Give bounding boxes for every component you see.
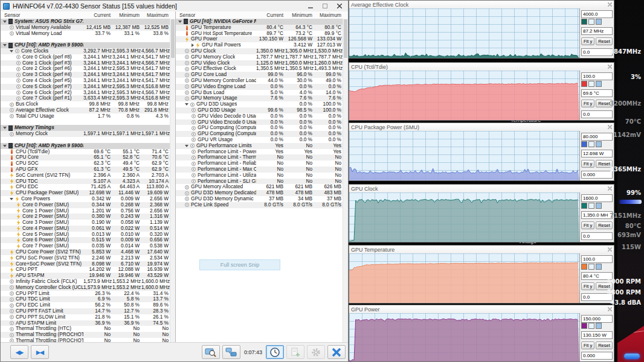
sensor-row[interactable]: APU GFX61.3 °C49.5 °C62.9 °C <box>1 167 170 173</box>
sensor-row[interactable]: Core 7 Power (SMU)0.035 W0.014 W0.538 W <box>1 243 170 249</box>
fit-y-button[interactable]: Fit y <box>581 100 594 107</box>
ymax-input[interactable] <box>581 255 613 263</box>
sensor-row[interactable]: CPU EDC Limit56.2 %50.8 %89.6 % <box>1 302 170 308</box>
sensor-row[interactable]: GPU Effective Clock1,350.5 MHz1,350.5 MH… <box>176 66 343 72</box>
background-color-swatch[interactable] <box>588 19 594 25</box>
ymin-input[interactable] <box>581 171 613 179</box>
fit-y-button[interactable]: Fit y <box>581 160 594 168</box>
sensor-row[interactable]: Core 1 Power (SMU)1.201 W0.756 W2.656 W <box>1 208 170 214</box>
grid-color-swatch[interactable] <box>596 81 602 87</box>
sensor-row[interactable]: Core 0 Power (SMU)0.344 W0.268 W2.368 W <box>1 202 170 208</box>
sensor-row[interactable]: GPU Computing (Compute_1) Usage0.0 %0.0 … <box>176 131 343 137</box>
expand-caret[interactable] <box>3 145 7 147</box>
series-color-swatch[interactable] <box>581 141 587 147</box>
sensor-row[interactable]: GPU Core Load99.0 %96.0 %99.0 % <box>176 72 343 78</box>
sensor-row[interactable]: Virtual Memory Load33.7 %33.1 %33.8 % <box>1 31 170 37</box>
series-color-swatch[interactable] <box>581 323 587 329</box>
series-color-swatch[interactable] <box>581 19 587 25</box>
current-value-input[interactable] <box>581 89 613 97</box>
grid-color-swatch[interactable] <box>596 323 602 329</box>
sensor-row[interactable]: GPU D3D Memory Dynamic37 MB34 MB37 MB <box>176 196 343 202</box>
close-button[interactable] <box>332 2 347 10</box>
sensor-row[interactable]: Core 2 Power (SMU)0.380 W0.243 W1.316 W <box>1 214 170 220</box>
fit-y-button[interactable]: Fit y <box>581 221 594 229</box>
expand-columns-button[interactable]: ▶◀ <box>31 345 49 359</box>
background-color-swatch[interactable] <box>588 323 594 329</box>
ymin-input[interactable] <box>581 48 613 56</box>
remote-sensors-button[interactable] <box>222 345 240 359</box>
sensor-row[interactable]: CPU PPT SLOW Limit21.8 %15.1 %26.1 % <box>1 314 170 320</box>
expand-caret[interactable] <box>10 198 13 200</box>
sensor-row[interactable]: Average Effective Clock87.2 MHz70.8 MHz2… <box>1 107 170 113</box>
sensor-row[interactable]: Performance Limit - Reliability VoltageN… <box>176 160 343 167</box>
series-color-swatch[interactable] <box>581 81 587 87</box>
minimize-button[interactable] <box>303 2 318 10</box>
expand-caret[interactable] <box>192 43 194 47</box>
column-header-sensor[interactable]: Sensor <box>176 11 256 19</box>
expand-caret[interactable] <box>3 21 7 23</box>
sensor-row[interactable]: Performance Limit - Max Operating Volt..… <box>176 167 343 173</box>
sensor-row[interactable]: Core 5 Power (SMU)0.013 W0.010 W0.320 W <box>1 232 170 238</box>
scrollbar-thumb[interactable] <box>344 19 347 58</box>
graph-titlebar[interactable]: CPU (Tctl/Tdie) <box>349 63 614 71</box>
background-color-swatch[interactable] <box>588 203 594 209</box>
sensor-row[interactable]: GPU Video Encode 0 Usage0.0 %0.0 %0.0 % <box>176 119 343 125</box>
new-log-button[interactable] <box>286 345 304 359</box>
sensor-row[interactable]: GPU Bus Load5.0 %4.0 %14.0 % <box>176 90 343 96</box>
sensor-row[interactable]: Core 7 Clock (perf #1)3,633.4 MHz2,595.3… <box>1 95 170 101</box>
sensor-row[interactable]: GPU Memory Controller Load44.0 %30.0 %49… <box>176 78 343 84</box>
column-header-current[interactable]: Current <box>256 11 285 19</box>
sensor-row[interactable]: GPU Temperature80.4 °C64.3 °C80.8 °C <box>176 25 343 31</box>
background-color-swatch[interactable] <box>588 264 594 270</box>
window-titlebar[interactable]: HWiNFO64 v7.02-4430 Sensor Status [155 v… <box>1 1 348 12</box>
grid-color-swatch[interactable] <box>596 264 602 270</box>
sensor-row[interactable]: GPU Memory Usage7.6 %7.6 %7.6 % <box>176 95 343 101</box>
expand-caret[interactable] <box>3 44 7 46</box>
ymin-input[interactable] <box>581 352 613 360</box>
column-header-maximum[interactable]: Maximum <box>141 11 170 19</box>
column-header-minimum[interactable]: Minimum <box>112 11 141 19</box>
grid-color-swatch[interactable] <box>596 141 602 147</box>
close-icon[interactable] <box>608 186 612 191</box>
sensor-row[interactable]: CPU PPT14.202 W12.088 W16.939 W <box>1 267 170 273</box>
current-value-input[interactable] <box>581 211 613 219</box>
scrollbar-left-pane[interactable] <box>170 19 175 343</box>
sensor-row[interactable]: Core 3 Power (SMU)0.190 W0.058 W1.139 W <box>1 220 170 226</box>
graph-titlebar[interactable]: GPU Power <box>349 305 614 313</box>
sensor-row[interactable]: CPU TDC Limit6.9 %5.8 %13.7 % <box>1 296 170 302</box>
sensor-row[interactable]: APU STAPM Limit36.9 %36.9 %74.5 % <box>1 320 170 326</box>
clock-button[interactable] <box>266 345 284 359</box>
sensor-row[interactable]: Performance Limit - ThermalNoNoNo <box>176 154 343 160</box>
series-color-swatch[interactable] <box>581 264 587 270</box>
sensor-row[interactable]: CPU Core65.1 °C52.8 °C70.6 °C <box>1 154 170 160</box>
sensor-row[interactable]: Memory Clock1,597.1 MHz1,597.1 MHz1,597.… <box>1 131 170 137</box>
column-header-maximum[interactable]: Maximum <box>314 11 343 19</box>
sensor-row[interactable]: Performance Limit - SLI GPUBoost SyncNoN… <box>176 179 343 185</box>
sensor-row[interactable]: CPU EDC71.425 A64.463 A113.800 A <box>1 184 170 190</box>
sensor-row[interactable]: GPU D3D Usages0.0 %100.0 % <box>176 101 343 107</box>
settings-button[interactable] <box>307 345 325 359</box>
sensor-group-row[interactable]: CPU [#0]: AMD Ryzen 9 5900HX: Enhanced <box>1 143 170 149</box>
close-icon[interactable] <box>608 247 612 252</box>
close-icon[interactable] <box>608 307 612 311</box>
sensor-row[interactable]: CPU SoC Power (SVI2 TFN)2.246 W2.213 W2.… <box>1 255 170 261</box>
sensor-row[interactable]: GPU D3D Memory Dedicated478 MB478 MB483 … <box>176 190 343 196</box>
sensor-row[interactable]: CPU PPT Limit26.3 %22.4 %31.4 % <box>1 291 170 297</box>
collapse-columns-button[interactable]: ◀▶ <box>10 345 28 359</box>
sensor-row[interactable]: Core 6 Power (SMU)0.515 W0.009 W0.656 W <box>1 237 170 243</box>
grid-color-swatch[interactable] <box>596 19 602 25</box>
close-icon[interactable] <box>608 65 612 69</box>
column-header-sensor[interactable]: Sensor <box>1 11 83 19</box>
series-color-swatch[interactable] <box>581 203 587 209</box>
sensor-row[interactable]: PCIe Link Speed8.0 GT/s8.0 GT/s8.0 GT/s <box>176 202 343 208</box>
reset-button[interactable]: Reset <box>596 221 613 229</box>
column-header-minimum[interactable]: Minimum <box>285 11 314 19</box>
grid-color-swatch[interactable] <box>596 203 602 209</box>
exit-button[interactable] <box>327 345 346 359</box>
ymax-input[interactable] <box>581 133 613 141</box>
expand-caret[interactable] <box>3 127 7 129</box>
sensor-row[interactable]: CPU TDC5.107 A4.323 A10.174 A <box>1 179 170 185</box>
fit-y-button[interactable]: Fit y <box>581 37 594 45</box>
sensor-row[interactable]: Thermal Throttling (PROCHOT CPU)NoNoNo <box>1 332 170 338</box>
screen-capture-button[interactable] <box>202 345 220 359</box>
